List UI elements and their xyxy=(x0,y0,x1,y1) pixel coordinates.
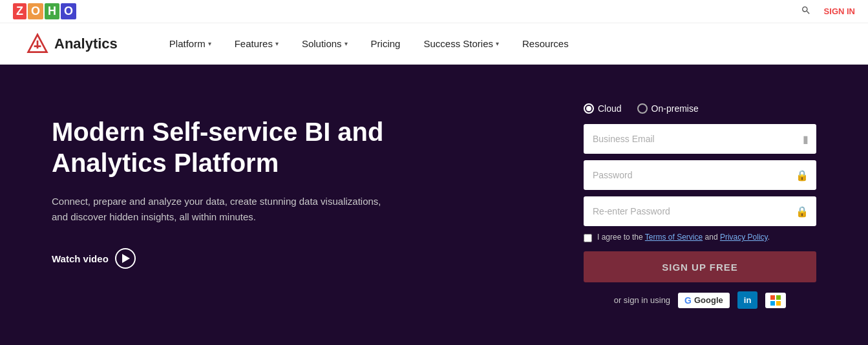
password-input[interactable] xyxy=(584,160,816,190)
nav-item-resources[interactable]: Resources xyxy=(522,38,569,49)
or-signin-row: or sign in using G Google in xyxy=(584,291,816,309)
password-field-wrapper: 🔒 xyxy=(584,160,816,190)
lock-icon: 🔒 xyxy=(796,169,809,182)
signup-button[interactable]: SIGN UP FREE xyxy=(584,251,816,282)
terms-row: I agree to the Terms of Service and Priv… xyxy=(584,233,816,242)
nav-item-success-stories[interactable]: Success Stories ▾ xyxy=(423,38,499,49)
zoho-z: Z xyxy=(13,3,26,19)
onpremise-label: On-premise xyxy=(651,103,699,114)
chevron-down-icon: ▾ xyxy=(496,40,499,47)
cloud-radio[interactable] xyxy=(584,103,594,114)
nav-logo-text: Analytics xyxy=(54,36,118,52)
microsoft-signin-button[interactable] xyxy=(765,293,786,308)
cloud-tabs: Cloud On-premise xyxy=(584,103,816,114)
nav-links: Platform ▾ Features ▾ Solutions ▾ Pricin… xyxy=(169,38,569,49)
lock-icon-2: 🔒 xyxy=(796,205,809,218)
email-input[interactable] xyxy=(584,124,816,154)
hero-left: Modern Self-service BI and Analytics Pla… xyxy=(52,103,584,269)
search-icon[interactable] xyxy=(801,5,811,18)
nav-logo[interactable]: Analytics xyxy=(26,32,118,56)
analytics-logo-icon xyxy=(26,32,49,56)
play-triangle-icon xyxy=(122,254,130,263)
linkedin-signin-button[interactable]: in xyxy=(737,291,758,309)
play-circle-icon xyxy=(115,248,136,269)
chevron-down-icon: ▾ xyxy=(208,40,211,47)
email-icon: ▮ xyxy=(803,133,809,145)
reenter-password-input[interactable] xyxy=(584,196,816,226)
zoho-h: H xyxy=(45,3,59,19)
google-icon: G xyxy=(684,295,692,306)
privacy-link[interactable]: Privacy Policy xyxy=(720,233,768,242)
top-bar-right: SIGN IN xyxy=(801,5,855,18)
zoho-o1: O xyxy=(28,3,43,19)
nav-item-features[interactable]: Features ▾ xyxy=(235,38,279,49)
cloud-label: Cloud xyxy=(598,103,622,114)
email-field-wrapper: ▮ xyxy=(584,124,816,154)
terms-checkbox[interactable] xyxy=(584,234,592,242)
terms-link[interactable]: Terms of Service xyxy=(645,233,703,242)
chevron-down-icon: ▾ xyxy=(344,40,348,47)
signup-form-panel: Cloud On-premise ▮ 🔒 🔒 I agree to t xyxy=(584,103,816,309)
reenter-password-field-wrapper: 🔒 xyxy=(584,196,816,226)
google-label: Google xyxy=(694,295,723,305)
terms-text: I agree to the Terms of Service and Priv… xyxy=(597,233,770,242)
google-signin-button[interactable]: G Google xyxy=(678,293,730,308)
sign-in-link[interactable]: SIGN IN xyxy=(824,6,855,16)
nav-item-pricing[interactable]: Pricing xyxy=(371,38,401,49)
nav-item-platform[interactable]: Platform ▾ xyxy=(169,38,211,49)
cloud-tab[interactable]: Cloud xyxy=(584,103,622,114)
linkedin-icon: in xyxy=(744,295,752,305)
onpremise-radio[interactable] xyxy=(637,103,648,114)
zoho-o2: O xyxy=(61,3,76,19)
hero-section: Modern Self-service BI and Analytics Pla… xyxy=(0,65,868,345)
watch-video-label: Watch video xyxy=(52,253,109,264)
or-signin-label: or sign in using xyxy=(614,295,670,305)
onpremise-tab[interactable]: On-premise xyxy=(637,103,699,114)
nav-item-solutions[interactable]: Solutions ▾ xyxy=(302,38,348,49)
microsoft-icon xyxy=(770,295,781,306)
chevron-down-icon: ▾ xyxy=(275,40,279,47)
nav-bar: Analytics Platform ▾ Features ▾ Solution… xyxy=(0,23,868,65)
hero-subtitle: Connect, prepare and analyze your data, … xyxy=(52,194,388,225)
zoho-logo[interactable]: Z O H O xyxy=(13,3,76,19)
top-bar: Z O H O SIGN IN xyxy=(0,0,868,23)
watch-video-button[interactable]: Watch video xyxy=(52,248,136,269)
hero-title: Modern Self-service BI and Analytics Pla… xyxy=(52,116,452,178)
